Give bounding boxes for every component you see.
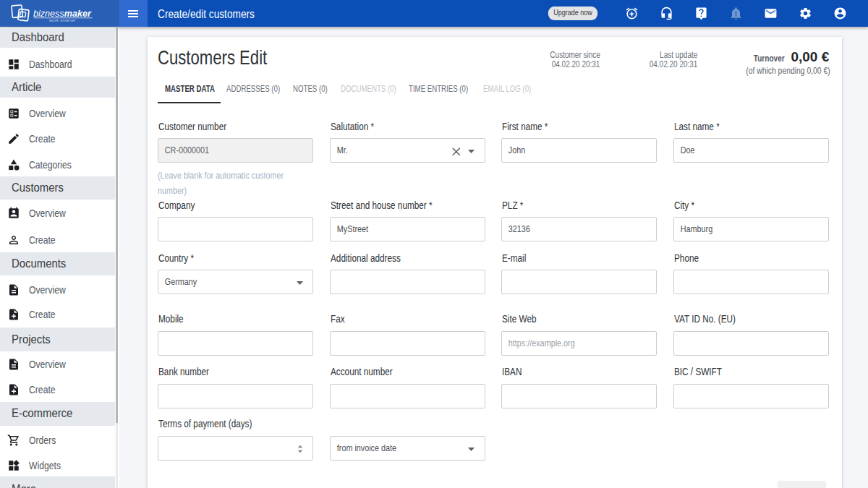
svg-text:biznessmaker: biznessmaker <box>33 9 92 19</box>
svg-text:work smarter: work smarter <box>48 18 76 22</box>
